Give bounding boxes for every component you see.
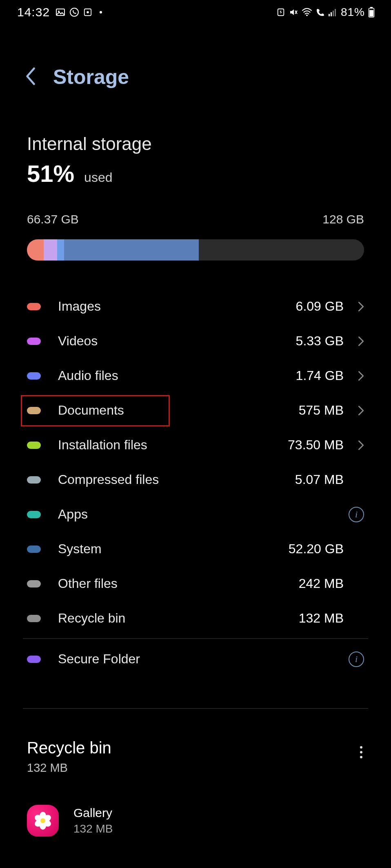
flower-icon xyxy=(35,813,51,829)
category-color-pill xyxy=(27,615,41,622)
category-label: Secure Folder xyxy=(58,652,344,667)
category-label: Other files xyxy=(58,576,299,591)
category-list: Images6.09 GBVideos5.33 GBAudio files1.7… xyxy=(0,261,391,676)
category-size: 73.50 MB xyxy=(288,437,344,453)
category-color-pill xyxy=(27,656,41,663)
status-bar: 14:32 81% xyxy=(0,0,391,24)
category-label: Installation files xyxy=(58,437,288,453)
category-size: 242 MB xyxy=(299,576,344,591)
usage-segment xyxy=(57,239,64,261)
battery-icon xyxy=(368,7,375,18)
category-label: Compressed files xyxy=(58,472,295,487)
battery-percent: 81% xyxy=(341,6,365,19)
category-color-pill xyxy=(27,303,41,310)
category-size: 1.74 GB xyxy=(296,368,344,383)
storage-summary: Internal storage 51% used 66.37 GB 128 G… xyxy=(0,89,391,261)
svg-point-6 xyxy=(306,15,308,16)
chevron-right-icon xyxy=(344,336,364,347)
category-size: 5.07 MB xyxy=(295,472,344,487)
category-color-pill xyxy=(27,407,41,414)
signal-icon xyxy=(329,8,338,16)
status-right: 81% xyxy=(276,6,375,19)
svg-point-4 xyxy=(87,11,89,13)
page-header: Storage xyxy=(0,24,391,89)
more-notif-dot xyxy=(100,11,102,13)
info-icon[interactable]: i xyxy=(344,507,364,522)
used-gb: 66.37 GB xyxy=(27,212,79,226)
divider xyxy=(23,638,368,639)
wifi-icon xyxy=(302,8,312,17)
category-size: 52.20 GB xyxy=(289,541,344,557)
category-label: System xyxy=(58,541,289,557)
category-label: Recycle bin xyxy=(58,611,299,626)
category-compressed: Compressed files5.07 MB xyxy=(23,462,368,497)
chevron-right-icon xyxy=(344,370,364,382)
category-size: 575 MB xyxy=(299,403,344,418)
category-label: Images xyxy=(58,299,296,314)
category-color-pill xyxy=(27,338,41,345)
category-color-pill xyxy=(27,476,41,484)
category-system: System52.20 GB xyxy=(23,532,368,566)
overflow-menu-button[interactable] xyxy=(360,739,364,758)
category-size: 6.09 GB xyxy=(296,299,344,314)
category-documents[interactable]: Documents575 MB xyxy=(23,393,368,428)
category-label: Apps xyxy=(58,507,344,522)
category-videos[interactable]: Videos5.33 GB xyxy=(23,324,368,358)
category-label: Videos xyxy=(58,334,296,349)
usage-segment xyxy=(27,239,44,261)
category-images[interactable]: Images6.09 GB xyxy=(23,289,368,324)
category-apps[interactable]: Appsi xyxy=(23,497,368,532)
svg-rect-8 xyxy=(331,12,332,16)
svg-rect-7 xyxy=(329,14,330,16)
internal-storage-label: Internal storage xyxy=(27,134,364,154)
svg-rect-10 xyxy=(335,9,336,16)
recycle-app-size: 132 MB xyxy=(73,822,113,835)
usage-segment xyxy=(44,239,57,261)
category-color-pill xyxy=(27,442,41,449)
mute-icon xyxy=(289,7,298,17)
total-gb: 128 GB xyxy=(322,212,364,226)
category-size: 132 MB xyxy=(299,611,344,626)
category-label: Documents xyxy=(58,403,299,418)
svg-point-2 xyxy=(70,8,78,16)
chevron-right-icon xyxy=(344,405,364,416)
category-audio[interactable]: Audio files1.74 GB xyxy=(23,358,368,393)
info-icon[interactable]: i xyxy=(344,652,364,667)
recycle-bin-title: Recycle bin xyxy=(27,739,111,757)
status-left: 14:32 xyxy=(17,5,102,19)
category-color-pill xyxy=(27,372,41,380)
storage-percent: 51% xyxy=(27,160,74,187)
svg-rect-13 xyxy=(369,10,373,17)
power-save-icon xyxy=(276,8,285,17)
call-icon xyxy=(315,7,325,17)
svg-rect-9 xyxy=(333,11,334,16)
svg-rect-12 xyxy=(370,7,373,8)
category-securefolder[interactable]: Secure Folderi xyxy=(23,642,368,676)
used-label: used xyxy=(84,170,112,185)
status-time: 14:32 xyxy=(17,5,50,19)
category-recyclebin: Recycle bin132 MB xyxy=(23,601,368,636)
photos-icon xyxy=(56,7,65,17)
category-other: Other files242 MB xyxy=(23,566,368,601)
gallery-app-icon xyxy=(27,805,59,837)
category-color-pill xyxy=(27,511,41,518)
category-label: Audio files xyxy=(58,368,296,383)
category-color-pill xyxy=(27,546,41,553)
recycle-app-name: Gallery xyxy=(73,806,113,820)
recycle-bin-size: 132 MB xyxy=(27,761,111,775)
recycle-bin-section: Recycle bin 132 MB Gallery 132 MB xyxy=(0,709,391,837)
app-notif-icon xyxy=(83,8,92,17)
usage-bar xyxy=(27,239,364,261)
recycle-app-row[interactable]: Gallery 132 MB xyxy=(27,805,364,837)
chevron-right-icon xyxy=(344,301,364,312)
usage-segment xyxy=(64,239,199,261)
page-title: Storage xyxy=(53,65,129,89)
category-size: 5.33 GB xyxy=(296,334,344,349)
category-color-pill xyxy=(27,580,41,588)
whatsapp-icon xyxy=(69,7,79,17)
chevron-right-icon xyxy=(344,440,364,451)
back-button[interactable] xyxy=(24,66,37,88)
category-installation[interactable]: Installation files73.50 MB xyxy=(23,428,368,462)
svg-rect-0 xyxy=(56,9,64,15)
